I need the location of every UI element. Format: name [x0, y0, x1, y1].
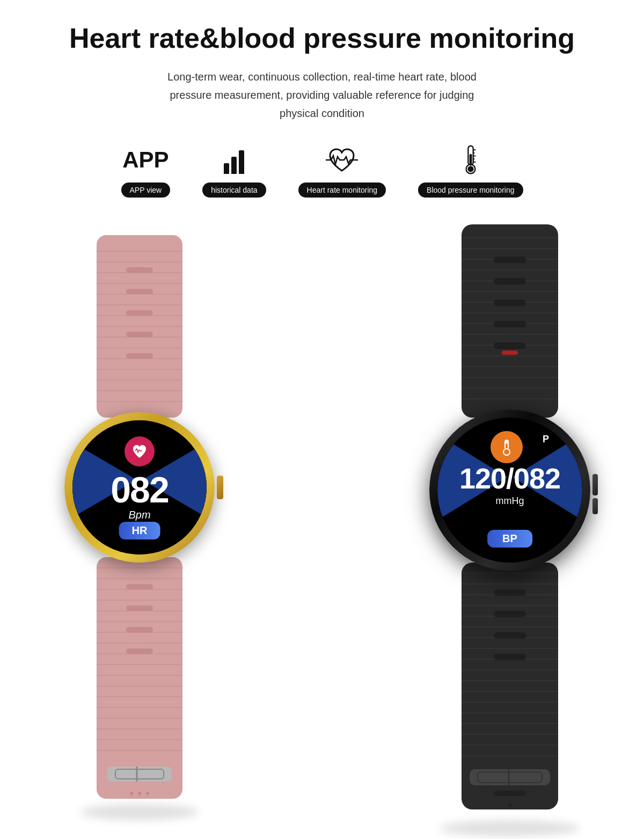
black-watch-assembly: P 120/082 mmHg BP — [429, 224, 590, 836]
pink-watch-assembly: 082 Bpm HR — [64, 235, 215, 820]
svg-rect-107 — [494, 632, 526, 639]
svg-rect-27 — [126, 310, 153, 316]
page-container: Heart rate&blood pressure monitoring Lon… — [0, 0, 644, 804]
black-band-top — [440, 224, 580, 418]
feature-app: APP APP view — [121, 144, 171, 198]
black-watch: P 120/082 mmHg BP — [429, 224, 590, 836]
svg-point-3 — [467, 166, 473, 172]
chart-icon — [224, 144, 244, 176]
heartrate-badge: Heart rate monitoring — [298, 183, 386, 198]
svg-rect-78 — [494, 300, 526, 306]
main-title: Heart rate&blood pressure monitoring — [32, 21, 612, 55]
heartrate-icon — [326, 144, 358, 176]
svg-rect-28 — [126, 332, 153, 337]
app-icon: APP — [122, 144, 169, 176]
pink-watch-shadow — [80, 804, 199, 820]
svg-rect-112 — [494, 791, 526, 796]
svg-point-58 — [146, 792, 149, 795]
svg-point-57 — [138, 792, 141, 795]
app-badge: APP view — [121, 183, 171, 198]
svg-rect-106 — [494, 611, 526, 617]
feature-bp: Blood pressure monitoring — [418, 144, 523, 198]
feature-heartrate: Heart rate monitoring — [298, 144, 386, 198]
svg-rect-25 — [126, 267, 153, 273]
svg-rect-50 — [126, 605, 153, 611]
thermometer-icon — [459, 144, 482, 176]
pink-band-bottom — [75, 557, 204, 815]
svg-rect-80 — [494, 342, 526, 349]
pink-watch: 082 Bpm HR — [64, 235, 215, 820]
svg-point-56 — [130, 792, 133, 795]
black-watch-shadow — [440, 820, 580, 836]
subtitle-text: Long-term wear, continuous collection, r… — [161, 68, 483, 122]
svg-rect-105 — [494, 589, 526, 596]
svg-rect-108 — [494, 654, 526, 660]
svg-rect-29 — [126, 353, 153, 359]
features-row: APP APP view historical data — [32, 144, 612, 198]
svg-point-85 — [504, 449, 509, 455]
pink-band-top — [75, 235, 204, 418]
bp-badge: Blood pressure monitoring — [418, 183, 523, 198]
svg-rect-30 — [97, 557, 182, 799]
svg-rect-49 — [126, 584, 153, 589]
svg-rect-52 — [126, 648, 153, 654]
chart-badge: historical data — [202, 183, 266, 198]
svg-rect-26 — [126, 289, 153, 294]
svg-point-113 — [508, 803, 512, 807]
black-band-bottom — [440, 563, 580, 831]
svg-rect-76 — [494, 257, 526, 263]
svg-rect-77 — [494, 278, 526, 284]
svg-rect-79 — [494, 321, 526, 327]
svg-rect-51 — [126, 627, 153, 632]
feature-chart: historical data — [202, 144, 266, 198]
watches-section: 082 Bpm HR — [32, 224, 612, 772]
svg-rect-1 — [469, 154, 472, 165]
svg-rect-81 — [502, 351, 518, 355]
